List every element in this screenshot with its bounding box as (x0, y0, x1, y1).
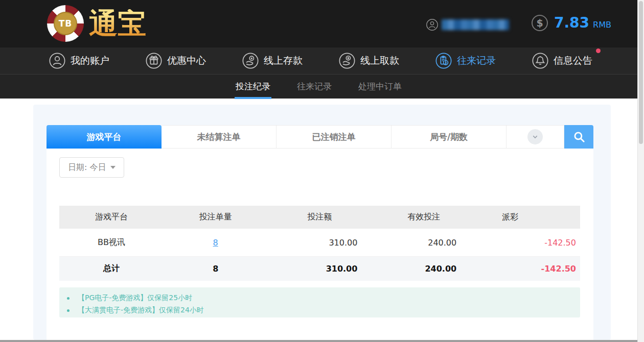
tab-cancelled-bets[interactable]: 已注销注单 (277, 125, 392, 149)
total-bet-count: 8 (164, 264, 268, 274)
cell-payout: -142.50 (476, 238, 580, 248)
content-card: 游戏平台 未结算注单 已注销注单 局号/期数 日期: 今日 (33, 105, 611, 340)
subnav-pending-orders[interactable]: 处理中订单 (358, 75, 402, 99)
total-valid-bet: 240.00 (372, 264, 476, 274)
col-header-valid-bet: 有效投注 (372, 212, 476, 223)
col-header-payout: 派彩 (476, 212, 580, 223)
caret-down-icon (110, 166, 116, 169)
date-filter-dropdown[interactable]: 日期: 今日 (59, 157, 124, 178)
note-text: 【PG电子-免费游戏】仅保留25小时 (78, 294, 192, 303)
bet-summary-table: 游戏平台 投注单量 投注额 有效投注 派彩 BB视讯 8 310.00 240.… (59, 206, 580, 281)
page-bottom-edge (0, 340, 644, 342)
balance-amount: 7.83 (554, 14, 589, 31)
nav-item-my-account[interactable]: 我的账户 (49, 52, 109, 69)
active-tab-underline (235, 97, 271, 99)
cell-valid-bet: 240.00 (372, 238, 476, 248)
nav-label: 信息公告 (554, 54, 592, 67)
poker-chip-logo-icon: TB (47, 5, 84, 42)
note-item: 【PG电子-免费游戏】仅保留25小时 (59, 292, 580, 304)
nav-label: 线上存款 (264, 54, 303, 67)
dollar-circle-icon: $ (532, 15, 548, 31)
bullet-dot (67, 297, 70, 300)
nav-item-withdraw[interactable]: 线上取款 (338, 52, 399, 69)
total-payout: -142.50 (476, 264, 580, 274)
user-avatar-icon (426, 18, 439, 31)
table-total-row: 总计 8 310.00 240.00 -142.50 (59, 257, 580, 281)
cell-platform: BB视讯 (59, 237, 164, 248)
notes-panel: 【PG电子-免费游戏】仅保留25小时 【大满贯电子-免费游戏】仅保留24小时 (59, 287, 580, 317)
nav-item-transaction-records[interactable]: 往来记录 (435, 52, 496, 69)
balance[interactable]: $ 7.83 RMB (532, 14, 611, 31)
nav-item-deposit[interactable]: 线上存款 (242, 52, 303, 69)
tab-unsettled-bets[interactable]: 未结算注单 (162, 125, 277, 149)
subnav-transaction-records[interactable]: 往来记录 (297, 75, 332, 99)
tab-label: 游戏平台 (87, 131, 122, 143)
top-header: TB 通宝 $ 7.83 RMB (0, 0, 637, 47)
nav-item-promotions[interactable]: 优惠中心 (145, 52, 206, 69)
brand-logo[interactable]: TB 通宝 (47, 5, 146, 42)
tab-label: 未结算注单 (197, 131, 241, 143)
tab-game-platform[interactable]: 游戏平台 (47, 125, 162, 149)
main-navigation: 我的账户 优惠中心 线上存款 线上取款 往来记录 (0, 47, 637, 74)
tab-round-number[interactable]: 局号/期数 (392, 125, 507, 149)
sub-navigation: 投注纪录 往来记录 处理中订单 (0, 74, 637, 99)
tab-label: 已注销注单 (312, 131, 356, 143)
note-text: 【大满贯电子-免费游戏】仅保留24小时 (78, 306, 204, 315)
subnav-label: 处理中订单 (358, 81, 402, 92)
date-filter-label: 日期: 今日 (68, 162, 106, 173)
scrollbar-thumb[interactable] (639, 1, 643, 144)
tab-label: 局号/期数 (430, 131, 468, 143)
more-options-dropdown[interactable] (507, 125, 564, 149)
withdraw-hand-coin-icon (338, 52, 356, 69)
user-icon (49, 52, 66, 69)
total-bet-amount: 310.00 (268, 264, 372, 274)
col-header-bet-amount: 投注额 (268, 212, 372, 223)
brand-name: 通宝 (89, 9, 146, 38)
nav-label: 优惠中心 (167, 54, 206, 67)
note-item: 【大满贯电子-免费游戏】仅保留24小时 (59, 304, 580, 316)
bell-icon (532, 52, 549, 69)
table-header-row: 游戏平台 投注单量 投注额 有效投注 派彩 (59, 206, 580, 229)
unread-badge-dot (596, 48, 601, 53)
deposit-hand-coin-icon (242, 52, 259, 69)
cell-bet-amount: 310.00 (268, 238, 372, 248)
bet-count-link[interactable]: 8 (213, 238, 218, 248)
gift-icon (145, 52, 163, 69)
subnav-bet-records[interactable]: 投注纪录 (236, 75, 270, 99)
col-header-platform: 游戏平台 (59, 212, 164, 223)
chevron-down-icon (527, 129, 543, 144)
subnav-label: 投注纪录 (236, 81, 270, 92)
search-button[interactable] (564, 125, 593, 149)
subnav-label: 往来记录 (297, 81, 332, 92)
search-icon (572, 130, 586, 143)
vertical-scrollbar[interactable] (637, 0, 644, 342)
table-row: BB视讯 8 310.00 240.00 -142.50 (59, 229, 580, 257)
nav-label: 线上取款 (360, 54, 399, 67)
bullet-dot (67, 309, 70, 312)
col-header-bet-count: 投注单量 (164, 212, 268, 223)
chip-label: TB (54, 12, 77, 35)
nav-label: 往来记录 (457, 54, 496, 67)
nav-label: 我的账户 (71, 54, 109, 67)
filter-tabs: 游戏平台 未结算注单 已注销注单 局号/期数 (47, 125, 593, 149)
nav-item-announcements[interactable]: 信息公告 (532, 52, 592, 69)
records-clipboard-clock-icon (435, 52, 452, 69)
masked-username (442, 19, 509, 30)
balance-currency: RMB (593, 20, 611, 30)
user-profile[interactable] (426, 18, 509, 31)
total-label: 总计 (59, 263, 164, 274)
